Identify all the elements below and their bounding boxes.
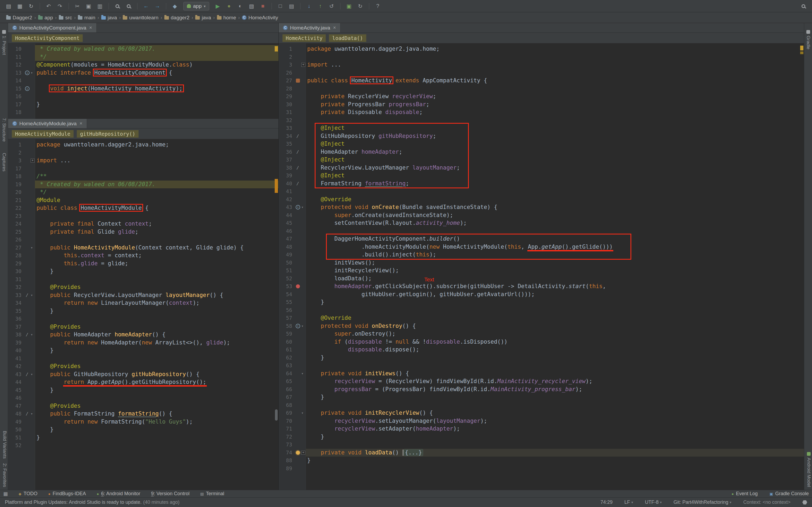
line-number[interactable]: 45 — [279, 219, 294, 227]
code-line[interactable]: 73 — [279, 441, 804, 449]
code-line[interactable]: 23 — [8, 212, 278, 220]
line-number[interactable]: 71 — [279, 425, 294, 433]
code-line[interactable]: 18 — [8, 108, 278, 116]
code-line[interactable]: 25 private final Glide glide; — [8, 228, 278, 236]
line-number[interactable]: 42 — [8, 362, 23, 371]
code-line[interactable]: 43/▾ public GitHubRepository gitHubRepos… — [8, 371, 278, 379]
line-number[interactable]: 69 — [279, 409, 294, 417]
code-line[interactable]: 34/ GitHubRepository gitHubRepository; — [279, 132, 804, 140]
line-number[interactable]: 33 — [279, 124, 294, 132]
tool-button-captures[interactable]: Captures — [1, 153, 7, 171]
code-line[interactable]: 89 — [279, 465, 804, 473]
dagger-gutter-icon[interactable]: / — [296, 164, 299, 172]
code-line[interactable]: 44 return App.getApp().getGitHubReposito… — [8, 378, 278, 386]
dagger-gutter-icon[interactable]: / — [296, 132, 299, 140]
code-line[interactable]: 2 — [279, 53, 804, 61]
code-line[interactable]: 43↑▾ protected void onCreate(Bundle save… — [279, 203, 804, 211]
code-line[interactable]: 61 disposable.dispose(); — [279, 346, 804, 354]
breadcrumb-token[interactable]: HomeActivity — [283, 34, 326, 42]
line-number[interactable]: 46 — [279, 227, 294, 235]
line-number[interactable]: 29 — [8, 260, 23, 268]
code-line[interactable]: 1package uwanttolearn.dagger2.java.home; — [8, 141, 278, 149]
code-line[interactable]: 56 — [279, 306, 804, 315]
editor-homeactivitymodule[interactable]: 1package uwanttolearn.dagger2.java.home;… — [8, 139, 278, 490]
fold-plus-icon[interactable]: + — [31, 159, 35, 163]
code-line[interactable]: 15↓ void inject(HomeActivity homeActivit… — [8, 85, 278, 93]
inspection-profile-icon[interactable] — [802, 500, 807, 505]
code-line[interactable]: 12@Component(modules = HomeActivityModul… — [8, 61, 278, 69]
editor-homeactivitycomponent[interactable]: 10 * Created by waleed on 06/08/2017.11 … — [8, 44, 278, 119]
line-number[interactable]: 46 — [8, 394, 23, 402]
line-number[interactable]: 61 — [279, 346, 294, 354]
implement-marker-icon[interactable]: ↓ — [25, 87, 30, 91]
code-line[interactable]: 52 — [8, 442, 278, 450]
code-line[interactable]: 38/ RecyclerView.LayoutManager layoutMan… — [279, 164, 804, 172]
code-line[interactable]: 50 } — [8, 426, 278, 434]
code-line[interactable]: 64▾ private void initViews() { — [279, 370, 804, 378]
avd-manager-icon[interactable]: □ — [275, 2, 285, 11]
tab-homeactivitycomponent[interactable]: C HomeActivityComponent.java × — [8, 23, 97, 33]
code-line[interactable]: 30 } — [8, 268, 278, 276]
fold-marker[interactable]: ▾ — [31, 371, 35, 379]
line-number[interactable]: 49 — [8, 418, 23, 426]
line-number[interactable]: 38 — [8, 331, 23, 339]
code-line[interactable]: 42 @Override — [279, 195, 804, 204]
line-number[interactable]: 40 — [8, 347, 23, 355]
code-line[interactable]: 40 } — [8, 347, 278, 355]
fold-marker[interactable]: ▾ — [31, 291, 35, 299]
line-number[interactable]: 17 — [8, 101, 23, 109]
override-marker-icon[interactable]: ↑ — [296, 205, 300, 210]
code-line[interactable]: 20 */ — [8, 188, 278, 196]
line-number[interactable]: 34 — [8, 299, 23, 307]
code-line[interactable]: 50 initViews(); — [279, 259, 804, 267]
vcs-update-icon[interactable]: ↓ — [304, 2, 314, 11]
line-number[interactable]: 50 — [8, 426, 23, 434]
tool-button-gradle-console[interactable]: ▣Gradle Console — [770, 491, 809, 497]
dagger-gutter-icon[interactable]: / — [26, 331, 29, 339]
gradle-sync-icon[interactable]: ↻ — [356, 2, 365, 11]
code-line[interactable]: 40/ FormatString formatString; — [279, 180, 804, 188]
code-line[interactable]: 46 — [8, 394, 278, 402]
line-number[interactable]: 68 — [279, 401, 294, 409]
fold-marker[interactable]: ▾ — [301, 203, 306, 211]
find-icon[interactable] — [112, 2, 122, 11]
breadcrumb-item-src[interactable]: src — [57, 14, 73, 21]
line-number[interactable]: 3 — [279, 61, 294, 69]
subscribe-gutter-icon[interactable] — [296, 284, 300, 288]
line-number[interactable]: 32 — [8, 283, 23, 291]
code-line[interactable]: 11 */ — [8, 53, 278, 61]
line-number[interactable]: 24 — [8, 220, 23, 228]
code-line[interactable]: 32 — [279, 116, 804, 124]
code-line[interactable]: 33 @Inject — [279, 124, 804, 132]
line-number[interactable]: 48 — [8, 410, 23, 418]
code-line[interactable]: 51 initRecyclerView(); — [279, 267, 804, 275]
line-number[interactable]: 47 — [279, 235, 294, 243]
code-line[interactable]: 44 super.onCreate(savedInstanceState); — [279, 211, 804, 219]
line-number[interactable]: 37 — [279, 156, 294, 164]
line-number[interactable]: 25 — [8, 228, 23, 236]
tool-button-build-variants[interactable]: Build Variants — [1, 431, 8, 459]
code-line[interactable]: 14 — [8, 77, 278, 85]
line-number[interactable]: 65 — [279, 378, 294, 386]
dagger-gutter-icon[interactable]: / — [26, 410, 29, 418]
line-number[interactable]: 18 — [8, 172, 23, 180]
line-number[interactable]: 26 — [8, 236, 23, 244]
tab-homeactivity[interactable]: C HomeActivity.java × — [279, 23, 341, 33]
code-line[interactable]: 17} — [8, 101, 278, 109]
code-line[interactable]: 28 — [279, 85, 804, 93]
line-number[interactable]: 51 — [8, 434, 23, 442]
line-number[interactable]: 13 — [8, 69, 23, 77]
line-number[interactable]: 59 — [279, 330, 294, 338]
code-line[interactable]: 10 * Created by waleed on 06/08/2017. — [8, 45, 278, 53]
code-line[interactable]: 36/ HomeAdapter homeAdapter; — [279, 148, 804, 156]
fold-marker[interactable]: + — [31, 157, 35, 165]
code-line[interactable]: 13↓▾public interface HomeActivityCompone… — [8, 69, 278, 77]
code-line[interactable]: 39 return new HomeAdapter(new ArrayList<… — [8, 339, 278, 347]
code-line[interactable]: 51} — [8, 434, 278, 442]
fold-marker[interactable]: + — [301, 61, 306, 69]
line-number[interactable]: 33 — [8, 291, 23, 299]
dagger-gutter-icon[interactable]: / — [26, 291, 29, 299]
code-line[interactable]: 55 } — [279, 298, 804, 306]
context-widget[interactable]: Context: <no context> — [743, 500, 791, 505]
cut-icon[interactable]: ✂ — [72, 2, 82, 11]
